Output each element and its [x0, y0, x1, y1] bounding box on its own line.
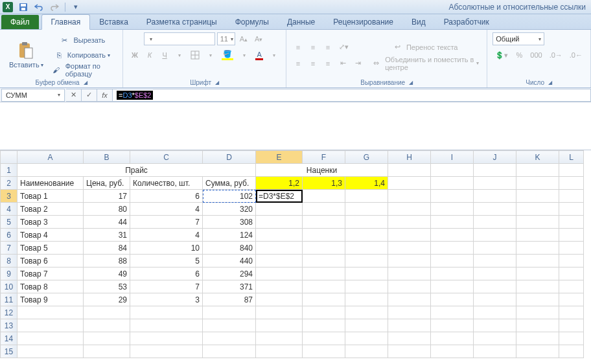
launcher-icon[interactable]: ◢	[215, 80, 219, 85]
launcher-icon[interactable]: ◢	[409, 80, 413, 85]
fill-color-button[interactable]: 🪣	[219, 49, 236, 62]
tab-file[interactable]: Файл	[1, 15, 39, 29]
cell[interactable]	[431, 332, 474, 345]
cancel-formula-button[interactable]: ✕	[66, 89, 82, 102]
cell[interactable]	[256, 293, 303, 306]
cell[interactable]	[431, 255, 474, 267]
cell[interactable]	[559, 293, 584, 306]
row-header-6[interactable]: 6	[1, 229, 17, 242]
row-header-9[interactable]: 9	[1, 267, 17, 280]
insert-function-button[interactable]: fx	[97, 89, 113, 102]
cell[interactable]	[516, 164, 559, 177]
shrink-font-button[interactable]: A▾	[252, 32, 265, 45]
grow-font-button[interactable]: A▴	[237, 32, 250, 45]
row-header-10[interactable]: 10	[1, 280, 17, 293]
cell[interactable]	[388, 319, 431, 332]
cell[interactable]	[516, 267, 559, 280]
cell[interactable]	[345, 345, 388, 358]
cell[interactable]	[130, 345, 203, 358]
cell[interactable]: Сумма, руб.	[203, 177, 256, 190]
cell[interactable]	[474, 332, 516, 345]
cell[interactable]	[388, 255, 431, 267]
cell[interactable]	[516, 306, 559, 319]
cell[interactable]	[559, 255, 584, 267]
row-header-15[interactable]: 15	[1, 345, 17, 358]
cell[interactable]	[516, 242, 559, 255]
cell[interactable]	[256, 319, 303, 332]
tab-formulas[interactable]: Формулы	[226, 15, 278, 29]
cell[interactable]	[84, 306, 130, 319]
cell[interactable]	[203, 319, 256, 332]
cell[interactable]: 17	[84, 190, 130, 203]
cell[interactable]	[345, 306, 388, 319]
cell[interactable]	[474, 164, 516, 177]
cell[interactable]	[17, 306, 84, 319]
cell[interactable]	[17, 345, 84, 358]
row-header-8[interactable]: 8	[1, 255, 17, 267]
cell[interactable]	[84, 345, 130, 358]
cut-button[interactable]: ✂ Вырезать	[50, 34, 117, 47]
cell[interactable]: 308	[203, 216, 256, 229]
cell[interactable]	[516, 229, 559, 242]
align-top-button[interactable]: ≡	[292, 41, 305, 54]
cell[interactable]	[256, 203, 303, 216]
cell[interactable]: 440	[203, 255, 256, 267]
bold-button[interactable]: Ж	[128, 49, 141, 62]
col-header-H[interactable]: H	[388, 151, 431, 164]
col-header-B[interactable]: B	[84, 151, 130, 164]
cell[interactable]	[256, 280, 303, 293]
cell[interactable]	[388, 242, 431, 255]
cell[interactable]	[303, 332, 345, 345]
cell[interactable]	[559, 306, 584, 319]
cell[interactable]	[474, 242, 516, 255]
col-header-D[interactable]: D	[203, 151, 256, 164]
cell[interactable]	[474, 280, 516, 293]
launcher-icon[interactable]: ◢	[548, 80, 552, 85]
cell[interactable]	[431, 319, 474, 332]
cell[interactable]	[84, 319, 130, 332]
cell[interactable]	[303, 345, 345, 358]
cell[interactable]	[203, 332, 256, 345]
cell[interactable]	[203, 306, 256, 319]
paste-button[interactable]: Вставить ▾	[5, 40, 47, 70]
cell[interactable]: 53	[84, 280, 130, 293]
cell[interactable]	[345, 319, 388, 332]
cell[interactable]	[256, 242, 303, 255]
cell[interactable]	[17, 332, 84, 345]
row-header-13[interactable]: 13	[1, 319, 17, 332]
cell[interactable]	[559, 345, 584, 358]
cell[interactable]: Товар 6	[17, 255, 84, 267]
cell[interactable]	[303, 267, 345, 280]
cell[interactable]	[203, 345, 256, 358]
tab-view[interactable]: Вид	[402, 15, 435, 29]
number-format-select[interactable]: Общий▾	[492, 32, 544, 45]
cell[interactable]: 88	[84, 255, 130, 267]
cell[interactable]	[559, 164, 584, 177]
name-box[interactable]: СУММ ▾	[1, 89, 65, 102]
cell[interactable]: 294	[203, 267, 256, 280]
cell[interactable]	[388, 164, 431, 177]
cell[interactable]	[303, 293, 345, 306]
cell[interactable]	[516, 255, 559, 267]
row-header-4[interactable]: 4	[1, 203, 17, 216]
cell[interactable]	[474, 293, 516, 306]
align-bottom-button[interactable]: ≡	[321, 41, 334, 54]
cell[interactable]	[388, 345, 431, 358]
italic-button[interactable]: К	[143, 49, 156, 62]
cell[interactable]	[388, 203, 431, 216]
redo-icon[interactable]	[48, 1, 61, 13]
cell[interactable]	[516, 216, 559, 229]
cell[interactable]	[559, 203, 584, 216]
undo-icon[interactable]	[32, 1, 45, 13]
cell[interactable]: 7	[130, 280, 203, 293]
cell[interactable]	[345, 229, 388, 242]
cell[interactable]	[516, 177, 559, 190]
wrap-text-button[interactable]: ↩ Перенос текста	[371, 41, 481, 54]
cell[interactable]	[345, 267, 388, 280]
cell[interactable]: 4	[130, 203, 203, 216]
cell[interactable]	[516, 293, 559, 306]
cell[interactable]	[474, 345, 516, 358]
cell[interactable]	[474, 306, 516, 319]
cell[interactable]	[431, 267, 474, 280]
cell[interactable]	[256, 216, 303, 229]
